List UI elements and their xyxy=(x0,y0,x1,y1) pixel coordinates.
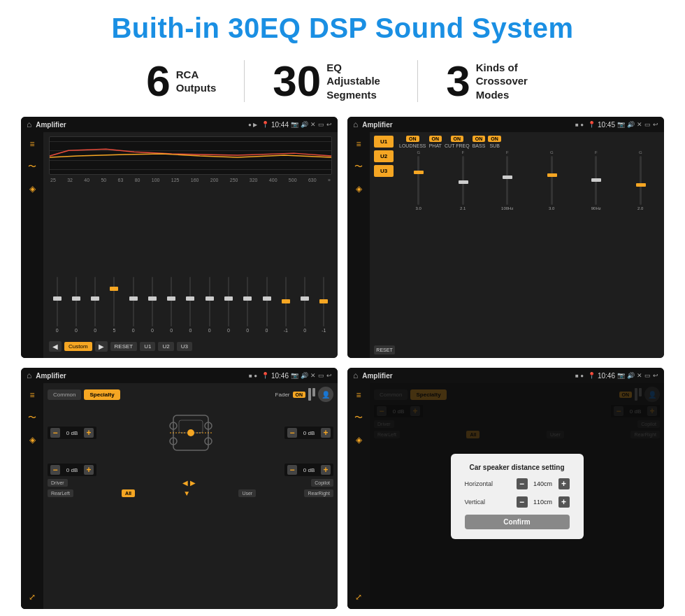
driver-label[interactable]: Driver xyxy=(48,479,68,487)
cutfreq-slider-f[interactable]: F 100Hz xyxy=(488,150,527,354)
db-plus-br[interactable]: + xyxy=(321,465,331,475)
u1-btn[interactable]: U1 xyxy=(140,342,155,351)
expand-icon-3[interactable]: ⤢ xyxy=(24,589,40,605)
loudness-toggle[interactable]: ON LOUDNESS xyxy=(399,136,426,148)
all-label-active[interactable]: All xyxy=(122,489,135,497)
right-arrow[interactable]: ▶ xyxy=(190,479,196,487)
app-name-1: Amplifier xyxy=(36,121,244,129)
crossover-body: U1 U2 U3 RESET ON LOUDNESS ON xyxy=(370,132,664,358)
prev-btn[interactable]: ◀ xyxy=(49,341,62,352)
sub-slider[interactable]: G 2.0 xyxy=(621,150,661,354)
phat-toggle[interactable]: ON PHAT xyxy=(429,136,442,148)
wave-icon-4[interactable]: 〜 xyxy=(351,410,366,425)
wave-icon-2[interactable]: 〜 xyxy=(351,159,366,174)
cross-sliders-area: G 3.0 F 2.1 F xyxy=(399,150,660,354)
sub-toggle[interactable]: ON SUB xyxy=(488,136,501,148)
x-icon-1: ✕ xyxy=(310,121,316,128)
left-arrow[interactable]: ◀ xyxy=(182,479,188,487)
home-icon-1: ⌂ xyxy=(27,120,31,129)
db-plus-bl[interactable]: + xyxy=(84,465,94,475)
common-tab[interactable]: Common xyxy=(48,389,81,400)
status-bar-2: ⌂ Amplifier ■ ● 📍 10:45 📷 🔊 ✕ ▭ ↩ xyxy=(347,117,664,132)
eq-icon[interactable]: ≡ xyxy=(24,136,40,152)
eq-label-arrow: » xyxy=(328,178,331,182)
db-plus-tr[interactable]: + xyxy=(321,428,331,438)
eq-slider-12[interactable]: -1 xyxy=(277,277,294,333)
speaker-icon-3[interactable]: ◈ xyxy=(24,432,40,447)
eq-slider-5[interactable]: 0 xyxy=(144,277,160,333)
side-icons-4: ≡ 〜 ◈ ⤢ xyxy=(347,383,370,609)
app-name-3: Amplifier xyxy=(36,372,245,380)
stats-row: 6 RCAOutputs 30 EQ AdjustableSegments 3 … xyxy=(21,59,664,103)
db-minus-tr[interactable]: − xyxy=(287,428,297,438)
db-control-bl: − 0 dB + xyxy=(48,464,96,476)
db-minus-br[interactable]: − xyxy=(287,465,297,475)
u1-cross-btn[interactable]: U1 xyxy=(374,136,394,148)
fader-on[interactable]: ON xyxy=(293,392,306,398)
custom-btn[interactable]: Custom xyxy=(64,342,92,351)
user-label[interactable]: User xyxy=(238,489,256,497)
eq-slider-11[interactable]: 0 xyxy=(259,277,275,333)
horizontal-plus[interactable]: + xyxy=(558,478,570,489)
speaker-icon-4[interactable]: ◈ xyxy=(351,432,366,447)
page-container: Buith-in 30EQ DSP Sound System 6 RCAOutp… xyxy=(0,0,685,616)
dialog-title: Car speaker distance setting xyxy=(465,464,570,471)
db-minus-tl[interactable]: − xyxy=(50,428,60,438)
reset-cross-btn[interactable]: RESET xyxy=(374,345,395,354)
bass-label: BASS xyxy=(473,143,486,148)
eq-slider-14[interactable]: -1 xyxy=(316,277,332,333)
eq-slider-0[interactable]: 0 xyxy=(49,277,65,333)
vertical-control: − 110cm + xyxy=(517,496,570,508)
speaker-icon-side[interactable]: ◈ xyxy=(24,181,40,196)
eq-slider-8[interactable]: 0 xyxy=(201,277,217,333)
vertical-plus[interactable]: + xyxy=(558,496,570,508)
confirm-button[interactable]: Confirm xyxy=(465,515,570,529)
speaker-icon-2[interactable]: ◈ xyxy=(351,181,366,196)
fader-sliders xyxy=(308,388,315,401)
rearleft-label[interactable]: RearLeft xyxy=(48,489,73,497)
cross-main: ON LOUDNESS ON PHAT ON CUT FREQ xyxy=(399,136,660,354)
eq-slider-6[interactable]: 0 xyxy=(164,277,180,333)
u2-cross-btn[interactable]: U2 xyxy=(374,150,394,162)
horizontal-minus[interactable]: − xyxy=(517,478,528,489)
eq-slider-10[interactable]: 0 xyxy=(240,277,256,333)
eq-slider-2[interactable]: 0 xyxy=(87,277,103,333)
bass-toggle[interactable]: ON BASS xyxy=(473,136,486,148)
rect-icon-2: ▭ xyxy=(644,121,651,128)
eq-slider-13[interactable]: 0 xyxy=(296,277,312,333)
u3-cross-btn[interactable]: U3 xyxy=(374,165,394,177)
phat-slider[interactable]: F 2.1 xyxy=(444,150,483,354)
profile-icon[interactable]: 👤 xyxy=(318,387,333,402)
u2-btn[interactable]: U2 xyxy=(158,342,173,351)
db-plus-tl[interactable]: + xyxy=(84,428,94,438)
cutfreq-slider-g[interactable]: G 3.0 xyxy=(533,150,572,354)
eq-icon-2[interactable]: ≡ xyxy=(351,136,366,152)
cutfreq-toggle[interactable]: ON CUT FREQ xyxy=(445,136,470,148)
eq-icon-4[interactable]: ≡ xyxy=(351,387,366,403)
db-minus-bl[interactable]: − xyxy=(50,465,60,475)
down-arrow[interactable]: ▼ xyxy=(183,489,190,497)
dot-icons-4: ■ ● xyxy=(575,373,584,379)
u3-btn[interactable]: U3 xyxy=(177,342,192,351)
back-icon-1: ↩ xyxy=(326,121,332,128)
db-val-tr: 0 dB xyxy=(299,430,319,436)
eq-slider-4[interactable]: 0 xyxy=(125,277,141,333)
reset-btn-1[interactable]: RESET xyxy=(110,342,138,351)
wave-icon[interactable]: 〜 xyxy=(24,159,40,174)
eq-slider-3[interactable]: 5 xyxy=(106,277,122,333)
eq-slider-7[interactable]: 0 xyxy=(182,277,199,333)
expand-icon-4[interactable]: ⤢ xyxy=(351,589,366,605)
x-icon-4: ✕ xyxy=(637,372,642,379)
eq-slider-9[interactable]: 0 xyxy=(220,277,236,333)
rearright-label[interactable]: RearRight xyxy=(304,489,333,497)
eq-icon-3[interactable]: ≡ xyxy=(24,387,40,403)
wave-icon-3[interactable]: 〜 xyxy=(24,410,40,425)
specialty-tab[interactable]: Specialty xyxy=(84,389,120,400)
next-btn[interactable]: ▶ xyxy=(95,341,108,352)
loudness-slider[interactable]: G 3.0 xyxy=(399,150,438,354)
vertical-minus[interactable]: − xyxy=(517,496,528,508)
copilot-label[interactable]: Copilot xyxy=(311,479,333,487)
status-bar-4: ⌂ Amplifier ■ ● 📍 10:46 📷 🔊 ✕ ▭ ↩ xyxy=(347,368,664,383)
bass-slider[interactable]: F 90Hz xyxy=(577,150,616,354)
eq-slider-1[interactable]: 0 xyxy=(68,277,84,333)
